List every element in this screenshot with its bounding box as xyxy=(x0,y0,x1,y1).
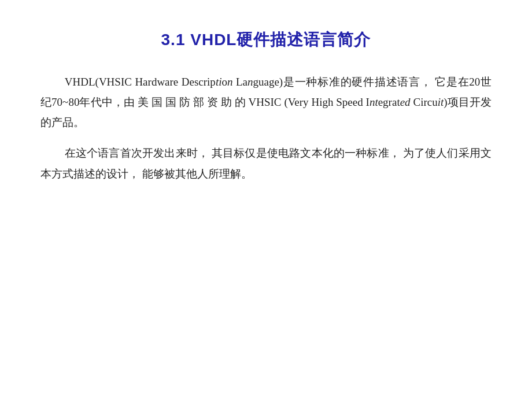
guage: guage) xyxy=(253,76,283,88)
space-circu: Circu xyxy=(411,96,438,108)
paragraph-1: VHDL(VHSIC Hardware Description Language… xyxy=(40,72,492,132)
page-title: 3.1 VHDL硬件描述语言简介 xyxy=(40,29,492,51)
o-normal: o xyxy=(221,76,227,88)
space-la: La xyxy=(232,76,247,88)
ed-italic: ed xyxy=(400,96,411,108)
egrat-normal: egrat xyxy=(378,96,400,108)
nt-italic: nt xyxy=(370,96,378,108)
title-section: 3.1 VHDL硬件描述语言简介 xyxy=(40,29,492,51)
vhdl-acronym: VHDL(VHSIC Hardware Descrip xyxy=(65,76,216,88)
ti-italic: ti xyxy=(216,76,222,88)
content-section: VHDL(VHSIC Hardware Description Language… xyxy=(40,72,492,194)
paragraph-2: 在这个语言首次开发出来时， 其目标仅是使电路文本化的一种标准， 为了使人们采用文… xyxy=(40,143,492,183)
page: 3.1 VHDL硬件描述语言简介 VHDL(VHSIC Hardware Des… xyxy=(0,0,532,399)
n-italic: n xyxy=(227,76,233,88)
it-italic: it xyxy=(438,96,444,108)
